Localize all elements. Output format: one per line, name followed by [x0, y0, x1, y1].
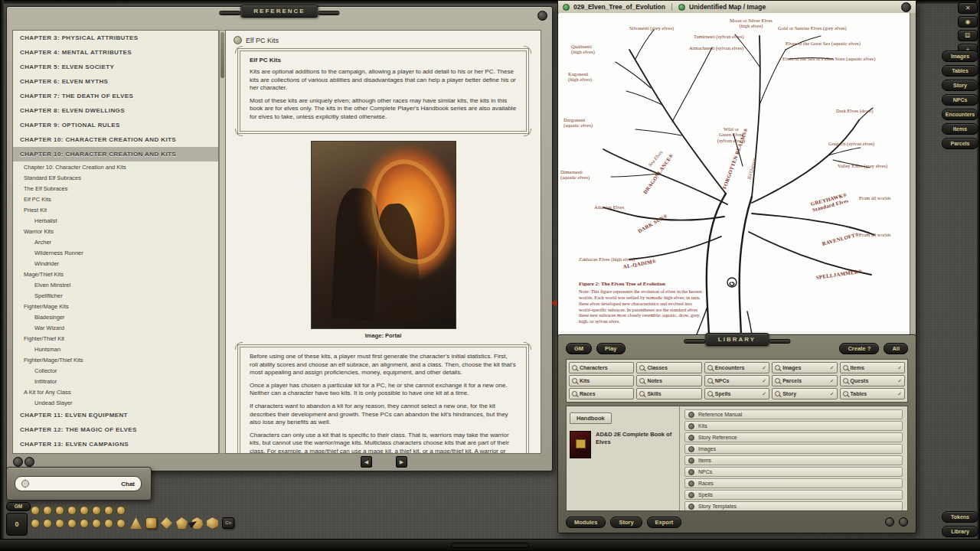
- index-item[interactable]: Priest Kit: [13, 204, 218, 215]
- dock-icon-button[interactable]: ⚄: [958, 30, 978, 41]
- index-item[interactable]: War Wizard: [13, 322, 218, 333]
- map-canvas[interactable]: Moon or Silver Elves (high elves)Silvane…: [559, 13, 910, 334]
- coin-token[interactable]: [43, 519, 52, 528]
- coin-token[interactable]: [92, 506, 101, 515]
- next-page-button[interactable]: ▶: [396, 456, 407, 468]
- dock-tab[interactable]: Parcels: [942, 138, 978, 149]
- module-content-row[interactable]: Kits: [684, 421, 903, 431]
- die[interactable]: Cn: [222, 517, 234, 529]
- category-button[interactable]: Skills ✓: [636, 388, 701, 399]
- module-content-row[interactable]: Images: [684, 444, 903, 454]
- module-content-row[interactable]: Items: [684, 455, 903, 465]
- coin-token[interactable]: [31, 519, 40, 528]
- chat-input[interactable]: Chat: [15, 476, 142, 491]
- index-item[interactable]: Chapter 11: Elven Equipment: [13, 408, 218, 422]
- module-content-row[interactable]: Story Templates: [684, 501, 903, 510]
- portal-artwork[interactable]: [311, 141, 456, 329]
- index-item[interactable]: Chapter 12: The Magic of Elves: [13, 422, 218, 437]
- index-item[interactable]: Chapter 8: Elven Dwellings: [13, 103, 218, 118]
- index-item[interactable]: Infiltrator: [13, 376, 218, 386]
- die[interactable]: [145, 517, 157, 529]
- index-item[interactable]: Chapter 10: Character Creation and Kits: [13, 132, 218, 147]
- dock-tab[interactable]: Story: [942, 80, 978, 91]
- index-item[interactable]: Appendices: [13, 452, 218, 454]
- modifier-stack-box[interactable]: 0: [6, 513, 28, 536]
- module-content-row[interactable]: Races: [684, 478, 903, 488]
- coin-token[interactable]: [116, 519, 126, 528]
- module-content-row[interactable]: Spells: [684, 490, 903, 500]
- index-item[interactable]: Herbalist: [13, 215, 218, 226]
- die[interactable]: [130, 517, 142, 529]
- index-item[interactable]: Windrider: [13, 258, 218, 269]
- coin-token[interactable]: [116, 506, 126, 515]
- page-link-icon[interactable]: [234, 36, 242, 44]
- index-item[interactable]: Wilderness Runner: [13, 247, 218, 258]
- category-button[interactable]: Quests ✓: [840, 375, 905, 386]
- dock-tab[interactable]: Items: [942, 123, 978, 135]
- category-button[interactable]: Story ✓: [772, 388, 837, 399]
- window-menu-knob[interactable]: [537, 11, 547, 21]
- category-button[interactable]: Encounters ✓: [704, 362, 769, 373]
- modules-button[interactable]: Modules: [566, 517, 606, 528]
- export-button[interactable]: Export: [647, 517, 682, 528]
- index-item[interactable]: Spellfilcher: [13, 290, 218, 301]
- index-item[interactable]: Warrior Kits: [13, 226, 218, 236]
- die[interactable]: [161, 517, 172, 529]
- category-button[interactable]: Parcels ✓: [772, 375, 837, 386]
- index-item[interactable]: Chapter 7: The Death of Elves: [13, 89, 218, 103]
- window-option-knob[interactable]: [24, 457, 34, 467]
- category-button[interactable]: Kits ✓: [569, 375, 634, 386]
- coin-token[interactable]: [55, 506, 64, 515]
- coin-token[interactable]: [104, 506, 113, 515]
- dock-tab[interactable]: Library: [942, 526, 978, 537]
- index-item[interactable]: Elven Minstrel: [13, 279, 218, 290]
- dock-icon-button[interactable]: ✕: [958, 2, 978, 14]
- index-item[interactable]: Chapter 6: Elven Myths: [13, 74, 218, 89]
- prev-page-button[interactable]: ◀: [361, 456, 372, 468]
- category-button[interactable]: Items ✓: [840, 362, 905, 373]
- dock-tab[interactable]: NPCs: [942, 94, 978, 106]
- index-item[interactable]: Fighter/Mage Kits: [13, 301, 218, 311]
- category-button[interactable]: Tables ✓: [840, 388, 905, 399]
- create-button[interactable]: Create ?: [839, 343, 879, 354]
- category-button[interactable]: Races ✓: [569, 388, 634, 399]
- index-item[interactable]: Collector: [13, 365, 218, 376]
- index-item[interactable]: Chapter 13: Elven Campaigns: [13, 437, 218, 452]
- coin-token[interactable]: [31, 506, 40, 515]
- index-item[interactable]: Mage/Thief Kits: [13, 269, 218, 279]
- play-filter-button[interactable]: Play: [596, 343, 625, 354]
- category-button[interactable]: Images ✓: [772, 362, 837, 373]
- map-scroll-rail[interactable]: [910, 13, 916, 335]
- coin-token[interactable]: [80, 506, 89, 515]
- index-item[interactable]: Fighter/Thief Kit: [13, 333, 218, 344]
- die[interactable]: [176, 517, 188, 529]
- dock-icon-button[interactable]: ◉: [958, 16, 978, 28]
- dock-tab[interactable]: Encounters: [942, 109, 978, 120]
- reference-window-title[interactable]: REFERENCE: [240, 5, 318, 18]
- module-content-row[interactable]: NPCs: [684, 467, 903, 477]
- index-item[interactable]: Archer: [13, 236, 218, 247]
- dock-tab[interactable]: Tokens: [942, 511, 978, 523]
- module-content-row[interactable]: Reference Manual: [684, 409, 903, 419]
- category-button[interactable]: Classes ✓: [636, 362, 701, 373]
- link-dot-icon[interactable]: [563, 4, 570, 11]
- library-option-knob[interactable]: [885, 517, 894, 527]
- index-item[interactable]: Undead Slayer: [13, 397, 218, 408]
- category-button[interactable]: NPCs ✓: [704, 375, 769, 386]
- category-button[interactable]: Characters ✓: [569, 362, 634, 373]
- index-item[interactable]: Chapter 10: Character Creation and Kits: [13, 161, 218, 172]
- index-item[interactable]: Huntsman: [13, 344, 218, 354]
- coin-token[interactable]: [43, 506, 52, 515]
- coin-token[interactable]: [80, 519, 89, 528]
- index-item[interactable]: A Kit for Any Class: [13, 386, 218, 397]
- gm-identity-badge[interactable]: GM: [6, 502, 31, 511]
- die[interactable]: [207, 517, 218, 529]
- index-item[interactable]: Standard Elf Subraces: [13, 172, 218, 183]
- index-item[interactable]: Fighter/Mage/Thief Kits: [13, 354, 218, 365]
- all-button[interactable]: All: [884, 343, 908, 354]
- coin-token[interactable]: [55, 519, 64, 528]
- map-menu-knob[interactable]: [901, 2, 911, 12]
- index-item[interactable]: Chapter 3: Physical Attributes: [13, 31, 218, 45]
- dock-tab[interactable]: Images: [942, 51, 978, 62]
- index-item[interactable]: Chapter 10: Character Creation and Kits: [13, 147, 218, 161]
